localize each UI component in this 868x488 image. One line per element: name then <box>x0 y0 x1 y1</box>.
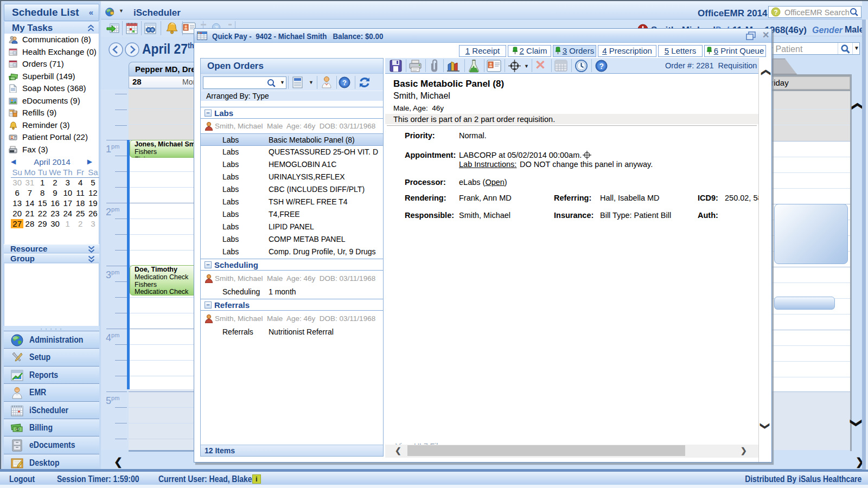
svg-text:?: ? <box>599 62 604 70</box>
svg-text:?: ? <box>774 9 778 16</box>
svg-text:?: ? <box>342 79 347 87</box>
svg-text:$: $ <box>17 427 19 432</box>
